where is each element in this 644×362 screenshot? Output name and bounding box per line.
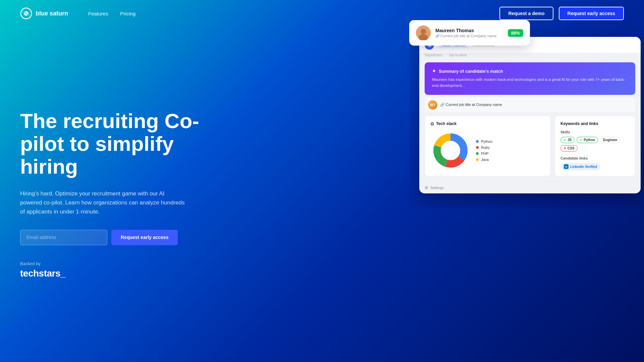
skills-section: Skills ✓ JS ✓ Python Engineer xyxy=(560,130,630,152)
techstars-logo: techstars_ xyxy=(20,268,208,279)
summary-card: ✦ Summary of candidate's match Maureen h… xyxy=(425,62,635,95)
logo-icon xyxy=(20,7,32,19)
skills-label: Skills xyxy=(560,130,630,134)
x-icon: ✕ xyxy=(564,146,566,150)
chart-legend: Python Ruby PHP Java xyxy=(476,139,492,162)
hero-form: Request early access xyxy=(20,230,208,245)
legend-python: Python xyxy=(476,139,492,143)
candidate-links-section: Candidate links in LinkedIn Verified xyxy=(560,156,630,171)
avatar xyxy=(416,25,431,40)
settings-bar: ⚙ Settings xyxy=(419,182,641,193)
candidate-name: Maureen Thomas xyxy=(435,28,503,33)
request-early-access-nav-button[interactable]: Request early access xyxy=(559,7,624,20)
check-icon: ✓ xyxy=(564,138,566,142)
app-screenshot-area: Maureen Thomas 🔗 Current job title at Co… xyxy=(409,20,644,208)
main-app-panel: ◎ Match scores Assessments Department Jo… xyxy=(419,37,641,193)
match-badge: 88% xyxy=(508,29,523,37)
nav-links: Features Pricing xyxy=(88,11,499,16)
candidate-card: Maureen Thomas 🔗 Current job title at Co… xyxy=(409,20,530,46)
request-early-access-hero-button[interactable]: Request early access xyxy=(111,230,178,245)
navbar: blue saturn Features Pricing Request a d… xyxy=(0,0,644,27)
nav-pricing[interactable]: Pricing xyxy=(120,11,136,16)
hero-content: The recruiting Co-pilot to simplify hiri… xyxy=(20,110,208,279)
request-demo-button[interactable]: Request a demo xyxy=(499,7,553,20)
dept-row: Department Job location xyxy=(425,53,635,57)
candidate-role: 🔗 Current job title at Company name xyxy=(435,34,503,38)
keywords-card: Keywords and links Skills ✓ JS ✓ Python xyxy=(555,116,635,176)
skill-tag-js: ✓ JS xyxy=(560,137,575,143)
nav-features[interactable]: Features xyxy=(88,11,108,16)
mini-avatar: MT xyxy=(428,100,437,110)
summary-text: Maureen has experience with modern back-… xyxy=(432,76,628,89)
backed-label: Backed by xyxy=(20,261,208,266)
brand-logo: blue saturn xyxy=(20,7,68,19)
bottom-cards: ⊙ Tech stack xyxy=(425,116,635,176)
backed-by-section: Backed by techstars_ xyxy=(20,261,208,279)
tech-stack-card: ⊙ Tech stack xyxy=(425,116,551,176)
email-input[interactable] xyxy=(20,230,107,245)
nav-actions: Request a demo Request early access xyxy=(499,7,624,20)
hero-title: The recruiting Co-pilot to simplify hiri… xyxy=(20,110,208,178)
github-icon: ⊙ xyxy=(430,121,434,126)
sparkle-icon: ✦ xyxy=(432,68,436,74)
skill-tag-css: ✕ CSS xyxy=(560,145,578,152)
tech-stack-title: ⊙ Tech stack xyxy=(430,121,545,126)
linkedin-badge[interactable]: in LinkedIn Verified xyxy=(560,163,600,170)
legend-dot xyxy=(476,158,479,161)
svg-point-3 xyxy=(421,29,426,34)
legend-dot xyxy=(476,140,479,143)
skills-tags: ✓ JS ✓ Python Engineer ✕ CSS xyxy=(560,137,630,152)
legend-ruby: Ruby xyxy=(476,145,492,149)
summary-title: ✦ Summary of candidate's match xyxy=(432,68,628,74)
settings-label: Settings xyxy=(430,186,444,190)
dept-field: Department xyxy=(425,53,442,57)
keywords-title: Keywords and links xyxy=(560,121,630,126)
skill-tag-python: ✓ Python xyxy=(577,137,598,143)
location-field: Job location xyxy=(449,53,467,57)
legend-dot xyxy=(476,146,479,149)
donut-chart-wrapper: Python Ruby PHP Java xyxy=(430,130,545,171)
legend-php: PHP xyxy=(476,152,492,156)
mini-candidate-role: 🔗 Current job title at Company name xyxy=(440,103,502,107)
legend-java: Java xyxy=(476,158,492,162)
hero-subtitle: Hiring's hard. Optimize your recruitment… xyxy=(20,189,188,217)
links-label: Candidate links xyxy=(560,156,630,160)
linkedin-icon: in xyxy=(564,164,569,169)
legend-dot xyxy=(476,152,479,155)
brand-name: blue saturn xyxy=(36,10,68,17)
settings-icon: ⚙ xyxy=(425,185,428,190)
check-icon: ✓ xyxy=(580,138,582,142)
skill-tag-engineer: Engineer xyxy=(600,137,621,143)
candidate-mini-row: MT 🔗 Current job title at Company name xyxy=(425,98,635,112)
candidate-info: Maureen Thomas 🔗 Current job title at Co… xyxy=(435,28,503,38)
donut-chart xyxy=(430,130,471,171)
svg-point-9 xyxy=(441,141,460,160)
